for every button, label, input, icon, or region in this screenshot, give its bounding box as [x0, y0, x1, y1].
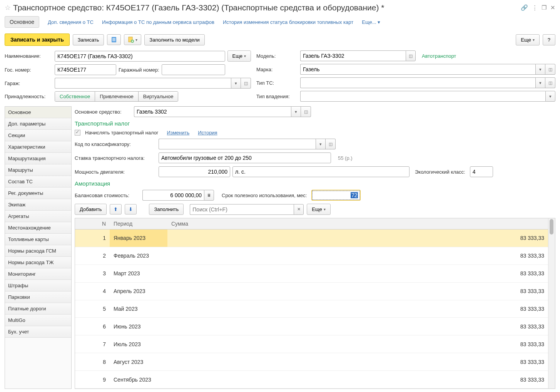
tax-edit-link[interactable]: Изменить	[167, 130, 190, 136]
link-icon[interactable]: 🔗	[521, 4, 528, 11]
toolbar-more-button[interactable]: Еще ▾	[516, 34, 539, 45]
side-item-routes[interactable]: Маршруты	[5, 164, 71, 176]
side-item-routing[interactable]: Маршрутизация	[5, 153, 71, 164]
cell-n: 1	[75, 230, 110, 247]
side-item-monitoring[interactable]: Мониторинг	[5, 268, 71, 280]
scrollbar-thumb[interactable]	[550, 219, 553, 235]
ownership-own[interactable]: Собственное	[55, 92, 95, 101]
brand-input[interactable]	[300, 64, 535, 75]
search-input[interactable]	[190, 204, 294, 215]
os-input[interactable]	[134, 106, 291, 117]
side-item-composition[interactable]: Состав ТС	[5, 176, 71, 188]
side-item-multigo[interactable]: MultiGo	[5, 315, 71, 326]
vertical-scrollbar[interactable]	[548, 218, 555, 389]
side-item-fuelcards[interactable]: Топливные карты	[5, 234, 71, 245]
nav-link-block-history[interactable]: История изменения статуса блокировки топ…	[223, 19, 353, 25]
table-row[interactable]: 2Февраль 202383 333,33	[75, 247, 548, 265]
side-item-parking[interactable]: Парковки	[5, 291, 71, 303]
model-open-button[interactable]: ◫	[406, 50, 416, 61]
nav-link-fines[interactable]: Информация о ТС по данным сервиса штрафо…	[102, 19, 214, 25]
move-down-button[interactable]: ⬇	[125, 204, 137, 214]
ownership-contracted[interactable]: Привлеченное	[95, 92, 139, 101]
power-input[interactable]	[159, 166, 230, 177]
th-period[interactable]: Период	[110, 218, 167, 230]
save-button[interactable]: Записать	[73, 34, 104, 45]
garagenum-label: Гаражный номер:	[119, 67, 159, 73]
side-item-location[interactable]: Местонахождение	[5, 222, 71, 234]
table-row[interactable]: 3Март 202383 333,33	[75, 265, 548, 282]
side-item-tollroads[interactable]: Платные дороги	[5, 303, 71, 315]
save-close-button[interactable]: Записать и закрыть	[5, 34, 70, 46]
nav-link-extra[interactable]: Доп. сведения о ТС	[48, 19, 94, 25]
table-row[interactable]: 1Январь 202383 333,33	[75, 230, 548, 247]
side-item-fluidnorms[interactable]: Нормы расхода ТЖ	[5, 257, 71, 268]
th-sum[interactable]: Сумма	[167, 218, 548, 230]
calculator-icon[interactable]: 🖩	[204, 190, 214, 201]
kebab-icon[interactable]: ⋮	[532, 4, 538, 11]
add-button[interactable]: Добавить	[75, 204, 107, 215]
table-row[interactable]: 9Сентябрь 202383 333,33	[75, 371, 548, 389]
brand-open-button[interactable]: ◫	[545, 64, 555, 75]
side-item-main[interactable]: Основное	[5, 107, 71, 118]
name-input[interactable]	[55, 51, 225, 62]
taxrate-input[interactable]	[159, 152, 331, 163]
os-dropdown-button[interactable]: ▾	[291, 106, 301, 117]
balance-input[interactable]	[142, 190, 204, 201]
close-icon[interactable]: ✕	[550, 4, 555, 11]
ownership-toggle[interactable]: Собственное Привлеченное Виртуальное	[55, 91, 178, 102]
tax-checkbox[interactable]	[75, 130, 80, 136]
classifier-dropdown-button[interactable]: ▾	[316, 139, 326, 149]
move-up-button[interactable]: ⬆	[110, 204, 122, 214]
garagenum-input[interactable]	[162, 64, 225, 75]
side-item-params[interactable]: Доп. параметры	[5, 118, 71, 130]
term-input[interactable]: 72	[311, 190, 361, 201]
power-unit-input[interactable]	[232, 166, 410, 177]
tax-history-link[interactable]: История	[198, 130, 217, 136]
owntype-dropdown-button[interactable]: ▾	[545, 91, 555, 102]
owntype-input[interactable]	[300, 91, 545, 102]
side-item-accounting[interactable]: Бух. учет	[5, 326, 71, 338]
eco-input[interactable]	[470, 166, 493, 177]
fill-button[interactable]: Заполнить	[149, 204, 184, 215]
tipts-open-button[interactable]: ◫	[545, 77, 555, 88]
nav-tab-main[interactable]: Основное	[5, 16, 39, 28]
tipts-input[interactable]	[300, 77, 535, 88]
table-row[interactable]: 8Август 202383 333,33	[75, 353, 548, 371]
favorite-icon[interactable]: ☆	[5, 3, 11, 12]
classifier-open-button[interactable]: ◫	[326, 139, 336, 149]
tipts-dropdown-button[interactable]: ▾	[535, 77, 545, 88]
brand-dropdown-button[interactable]: ▾	[535, 64, 545, 75]
garage-input[interactable]	[55, 78, 231, 89]
side-item-crew[interactable]: Экипаж	[5, 199, 71, 211]
side-item-aggregates[interactable]: Агрегаты	[5, 211, 71, 222]
table-row[interactable]: 4Апрель 202383 333,33	[75, 282, 548, 300]
side-item-sections[interactable]: Секции	[5, 130, 71, 141]
os-open-button[interactable]: ◫	[301, 106, 311, 117]
table-row[interactable]: 7Июль 202383 333,33	[75, 335, 548, 353]
arrow-down-icon: ⬇	[129, 206, 133, 212]
table-row[interactable]: 5Май 202383 333,33	[75, 300, 548, 318]
side-item-chars[interactable]: Характеристики	[5, 141, 71, 153]
table-row[interactable]: 6Июнь 202383 333,33	[75, 318, 548, 335]
window-restore-icon[interactable]: ❐	[542, 4, 547, 11]
side-item-fines[interactable]: Штрафы	[5, 280, 71, 291]
fill-by-model-button[interactable]: Заполнить по модели	[144, 34, 204, 45]
side-item-regdocs[interactable]: Рег. документы	[5, 188, 71, 199]
cell-sum: 83 333,33	[167, 300, 548, 318]
side-item-fuelnorms[interactable]: Нормы расхода ГСМ	[5, 245, 71, 257]
create-based-button[interactable]: ▾	[124, 34, 141, 45]
brand-label: Марка:	[256, 67, 298, 72]
name-more-button[interactable]: Еще ▾	[227, 50, 251, 62]
th-n[interactable]: N	[75, 218, 110, 230]
garage-open-button[interactable]: ◫	[241, 78, 251, 89]
clear-search-button[interactable]: ✕	[294, 204, 304, 215]
report-button[interactable]	[107, 34, 121, 45]
table-more-button[interactable]: Еще ▾	[307, 204, 330, 215]
classifier-input[interactable]	[159, 139, 316, 149]
gosnum-input[interactable]	[55, 64, 116, 75]
model-input[interactable]	[300, 50, 406, 61]
nav-more[interactable]: Еще... ▾	[362, 19, 380, 25]
help-button[interactable]: ?	[543, 34, 555, 45]
ownership-virtual[interactable]: Виртуальное	[139, 92, 178, 101]
garage-dropdown-button[interactable]: ▾	[231, 78, 241, 89]
